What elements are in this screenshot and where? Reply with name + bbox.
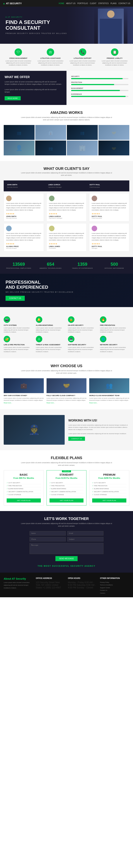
why-link-3[interactable]: Read more...: [89, 402, 98, 404]
alarm-icon: 🔔: [36, 316, 42, 323]
test-name-5: LINDA JAMES: [49, 246, 84, 247]
progress-protection-bar: [71, 84, 128, 85]
network-title: NETWORK SECURITY: [100, 344, 129, 346]
progress-security-fill: [71, 78, 123, 79]
professional-contact-button[interactable]: CONTACT US: [5, 296, 25, 301]
network-icon: 🌐: [100, 336, 106, 342]
nav-portfolio[interactable]: PORTFOLIO: [77, 2, 88, 4]
footer-hours-1: Monday - Friday: [68, 581, 84, 584]
test-role-2: Operations Manager: [49, 217, 84, 219]
work-item-3[interactable]: [67, 125, 98, 140]
why-title-3: WORLD CLASS MANAGEMENT TEAM: [89, 395, 129, 397]
plan-premium: PREMIUM From $299 Per Months CCTV SECURI…: [89, 470, 129, 505]
amazing-works-subtitle: Lorem ipsum dolor sit amet consectetur a…: [20, 116, 113, 121]
nav-statistics[interactable]: STATISTICS: [98, 2, 108, 4]
why-link-1[interactable]: Read more...: [4, 402, 12, 404]
liability-icon: 📋: [111, 49, 119, 56]
work-item-7[interactable]: 🏢: [67, 141, 98, 155]
support-title: LITIGATION SUPPORT: [68, 57, 97, 59]
footer-about-text: Lorem ipsum dolor sit amet consectetur a…: [4, 581, 33, 589]
plan-basic-name: BASIC: [7, 473, 41, 476]
why-item-1: 💼 WHY OUR SYSTEMS STAND? Lorem ipsum dol…: [4, 378, 44, 404]
nav-plans[interactable]: PLANS: [110, 2, 117, 4]
plan-standart-feature-2: FIRE PREVENTION: [49, 484, 84, 487]
nav-client[interactable]: CLIENT: [90, 2, 96, 4]
test-stars-1: ★★★★★: [6, 213, 41, 215]
why-text-1: Lorem ipsum dolor sit amet consectetur a…: [4, 397, 44, 401]
form-subject-input[interactable]: [67, 537, 103, 541]
work-item-6[interactable]: [35, 141, 66, 155]
nav-contact[interactable]: CONTACT US: [119, 2, 130, 4]
amazing-works-title: AMAZING WORKS: [4, 111, 129, 115]
form-message-textarea[interactable]: [30, 543, 103, 554]
plan-premium-button[interactable]: GET YOUR PLAN: [92, 498, 126, 502]
plan-basic-features: CCTV SECURITY FIRE PREVENTION ALARM MONI…: [7, 482, 41, 496]
service-life: 🔐 LIFE & FIRE PROTECTION Lorem ipsum dol…: [4, 336, 33, 353]
avatar-6: [92, 226, 97, 231]
why-item-3: 👥 WORLD CLASS MANAGEMENT TEAM Lorem ipsu…: [89, 378, 129, 404]
stat-awards: 654 AWARDS TECHNOLOGIES: [36, 261, 66, 269]
features-grid: 🛡 CRISIS MANAGEMENT Lorem ipsum dolor si…: [4, 49, 129, 66]
work-item-1[interactable]: [4, 125, 35, 140]
software-text: Lorem ipsum dolor sit amet consectetur a…: [68, 346, 97, 353]
plan-premium-price: From $299 Per Months: [92, 477, 126, 479]
footer-contact-link[interactable]: Contact Us: [100, 589, 129, 592]
footer-hours-title: Open Hours: [68, 577, 97, 579]
nav-home[interactable]: HOME: [59, 2, 64, 4]
litigation-text: Lorem ipsum dolor sit amet consectetur a…: [36, 60, 65, 66]
test-header-2: LINDA GARCIA Operations Manager: [47, 182, 86, 189]
lets-work-title: LET'S WORK TOGETHER: [4, 517, 129, 521]
navbar: ▲ AT SECURITY HOME ABOUT US PORTFOLIO CL…: [0, 0, 133, 7]
liability-title: PREMISE LIABILITY: [100, 57, 129, 59]
working-contact-button[interactable]: CONTACT US: [69, 437, 85, 441]
work-item-2[interactable]: [35, 125, 66, 140]
nav-about[interactable]: ABOUT US: [66, 2, 76, 4]
plan-standart-price: From $139 Per Months: [49, 477, 84, 479]
services-grid: 📷 CCTV SYSTEMS Lorem ipsum dolor sit ame…: [4, 316, 129, 353]
crisis-title: CRISIS MANAGEMENT: [4, 57, 33, 59]
hero-content: ● AT SECURITY FIND A SECURITY CONSULTANT…: [5, 16, 67, 34]
footer-privacy-link[interactable]: Privacy Policy: [100, 581, 129, 584]
plan-basic-button[interactable]: GET YOUR PLAN: [7, 498, 41, 502]
testimonial-6: Lorem ipsum dolor sit amet consectetur a…: [89, 223, 129, 251]
test-name-4: ALANNA PRICE: [6, 246, 41, 247]
progress-management: MANAGEMENT: [71, 87, 128, 91]
threat-text: Lorem ipsum dolor sit amet consectetur a…: [36, 346, 65, 353]
test-stars-5: ★★★★★: [49, 243, 84, 245]
footer-careers-link[interactable]: Careers: [100, 592, 129, 594]
threat-title: THREAT & RISK ASSESSMENT: [36, 344, 65, 346]
form-name-input[interactable]: [30, 531, 66, 535]
support-icon: 📞: [79, 49, 86, 56]
footer-grid: About AT Security Lorem ipsum dolor sit …: [4, 577, 129, 594]
work-item-8[interactable]: [98, 141, 129, 155]
test-name-1: JOHN SMITH: [6, 215, 41, 217]
footer-support-link[interactable]: Support Center: [100, 587, 129, 589]
progress-security-bar: [71, 78, 128, 79]
plan-premium-feature-2: FIRE PREVENTION: [92, 484, 126, 487]
testimonial-5: Lorem ipsum dolor sit amet consectetur a…: [47, 223, 87, 251]
test-h2-role: Operations Manager: [48, 186, 85, 188]
litigation-icon: ⚖: [47, 49, 54, 56]
offer-read-more-button[interactable]: READ MORE: [5, 96, 21, 100]
test-text-6: Lorem ipsum dolor sit amet consectetur a…: [92, 232, 127, 241]
plan-standart-button[interactable]: GET YOUR PLAN: [49, 498, 84, 502]
onsite-icon: 🔒: [68, 316, 75, 323]
work-item-4[interactable]: [98, 125, 129, 140]
stat-offices-label: OFFICES NATIONWIDE: [99, 268, 130, 269]
footer-terms-link[interactable]: Terms & Conditions: [100, 584, 129, 586]
life-icon: 🔐: [4, 336, 10, 342]
liability-text: Lorem ipsum dolor sit amet consectetur a…: [100, 60, 129, 66]
why-link-2[interactable]: Read more...: [47, 402, 55, 404]
life-text: Lorem ipsum dolor sit amet consectetur a…: [4, 346, 33, 353]
footer-info-title: Other Information: [100, 577, 129, 579]
features-section: 🛡 CRISIS MANAGEMENT Lorem ipsum dolor si…: [0, 44, 133, 71]
nav-logo[interactable]: ▲ AT SECURITY: [3, 2, 22, 5]
form-submit-button[interactable]: SEND MESSAGE: [55, 556, 78, 561]
litigation-title: LITIGATION ASSISTANCE: [36, 57, 65, 59]
form-phone-input[interactable]: [30, 537, 66, 541]
work-item-5[interactable]: 👤: [4, 141, 35, 155]
stat-employees-number: 13569: [4, 261, 34, 267]
form-email-input[interactable]: [67, 531, 103, 535]
plan-standart-feature-1: CCTV SECURITY: [49, 482, 84, 484]
network-text: Lorem ipsum dolor sit amet consectetur a…: [100, 346, 129, 353]
